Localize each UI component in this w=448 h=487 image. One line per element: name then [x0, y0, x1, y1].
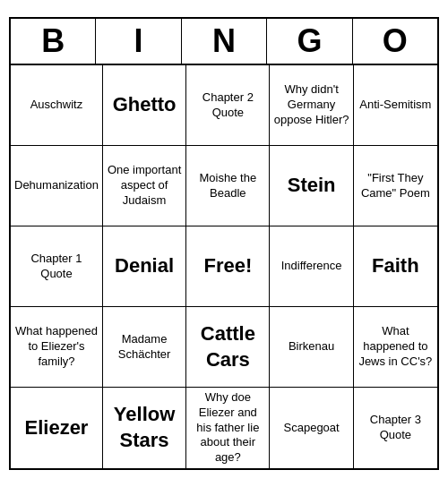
- header-o: O: [353, 19, 437, 64]
- bingo-cell-12[interactable]: Free!: [186, 226, 270, 307]
- bingo-cell-5[interactable]: Dehumanization: [11, 146, 103, 226]
- bingo-cell-0[interactable]: Auschwitz: [11, 65, 103, 146]
- bingo-cell-23[interactable]: Scapegoat: [270, 388, 353, 468]
- bingo-cell-20[interactable]: Eliezer: [11, 388, 103, 468]
- bingo-cell-9[interactable]: "First They Came" Poem: [354, 146, 437, 226]
- bingo-cell-10[interactable]: Chapter 1 Quote: [11, 226, 103, 307]
- bingo-cell-19[interactable]: What happened to Jews in CC's?: [354, 307, 437, 388]
- bingo-cell-16[interactable]: Madame Schächter: [103, 307, 186, 388]
- header-n: N: [182, 19, 267, 64]
- bingo-cell-2[interactable]: Chapter 2 Quote: [186, 65, 270, 146]
- header-b: B: [11, 19, 96, 64]
- bingo-cell-18[interactable]: Birkenau: [270, 307, 353, 388]
- bingo-cell-11[interactable]: Denial: [103, 226, 186, 307]
- header-i: I: [96, 19, 181, 64]
- bingo-cell-7[interactable]: Moishe the Beadle: [186, 146, 270, 226]
- bingo-cell-15[interactable]: What happened to Eliezer's family?: [11, 307, 103, 388]
- bingo-grid: AuschwitzGhettoChapter 2 QuoteWhy didn't…: [11, 65, 437, 468]
- bingo-cell-8[interactable]: Stein: [270, 146, 353, 226]
- bingo-header: B I N G O: [11, 19, 437, 65]
- bingo-cell-3[interactable]: Why didn't Germany oppose Hitler?: [270, 65, 353, 146]
- bingo-cell-24[interactable]: Chapter 3 Quote: [354, 388, 437, 468]
- bingo-cell-22[interactable]: Why doe Eliezer and his father lie about…: [186, 388, 270, 468]
- header-g: G: [267, 19, 352, 64]
- bingo-cell-13[interactable]: Indifference: [270, 226, 353, 307]
- bingo-cell-17[interactable]: Cattle Cars: [186, 307, 270, 388]
- bingo-cell-21[interactable]: Yellow Stars: [103, 388, 186, 468]
- bingo-cell-14[interactable]: Faith: [354, 226, 437, 307]
- bingo-card: B I N G O AuschwitzGhettoChapter 2 Quote…: [9, 17, 439, 470]
- bingo-cell-1[interactable]: Ghetto: [103, 65, 186, 146]
- bingo-cell-4[interactable]: Anti-Semitism: [354, 65, 437, 146]
- bingo-cell-6[interactable]: One important aspect of Judaism: [103, 146, 186, 226]
